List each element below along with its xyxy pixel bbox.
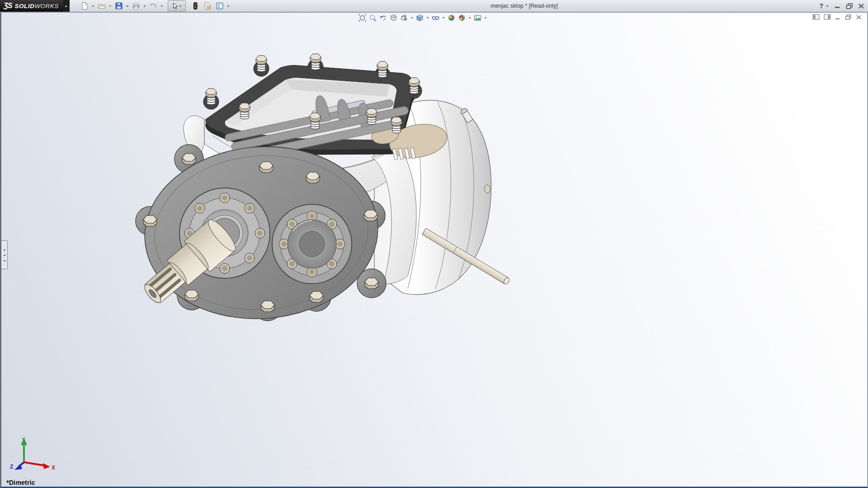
options-checklist-icon [216, 2, 224, 10]
open-folder-icon [98, 2, 106, 10]
pane-toggle-left-icon[interactable] [812, 14, 820, 20]
previous-view-button[interactable] [378, 13, 388, 23]
view-settings-icon [474, 14, 481, 22]
zoom-to-fit-button[interactable] [358, 13, 367, 23]
undo-button[interactable] [147, 0, 159, 11]
minimize-document-button[interactable] [835, 14, 841, 20]
apply-scene-sphere-icon [458, 14, 466, 22]
featuremanager-collapsed-tab[interactable]: ◂ ◂ ◂ [1, 240, 8, 269]
restore-document-button[interactable] [845, 14, 852, 20]
window-controls: ? ▾ [819, 0, 864, 12]
select-dropdown-caret[interactable]: ▾ [178, 4, 183, 8]
close-document-button[interactable] [856, 14, 862, 20]
brand-text-works: WORKS [34, 3, 59, 9]
brand-text-solid: SOLID [14, 3, 34, 9]
display-style-icon [432, 14, 439, 22]
select-cursor-icon [171, 2, 178, 10]
heads-up-toolbar: ▾ ▾ ▾ [358, 13, 488, 23]
graphics-area[interactable]: ▾ ▾ ▾ [0, 13, 868, 488]
undo-icon [149, 2, 157, 10]
collapse-arrow-icon: ◂ [4, 259, 5, 262]
restore-button[interactable] [846, 3, 853, 9]
display-style-caret[interactable]: ▾ [441, 16, 446, 20]
reference-triad: Y X Z [7, 436, 57, 477]
new-document-icon [80, 2, 89, 10]
print-icon [132, 2, 140, 10]
pane-toggle-right-icon[interactable] [824, 14, 831, 20]
print-button[interactable] [130, 0, 142, 11]
document-title: menjac sklop * [Read-only] [491, 0, 558, 12]
save-dropdown-caret[interactable]: ▾ [125, 4, 130, 8]
edit-appearance-sphere-icon [448, 14, 455, 22]
standard-toolbar: ▾ ▾ ▾ ▾ [79, 0, 231, 11]
print-dropdown-caret[interactable]: ▾ [142, 4, 147, 8]
select-button[interactable]: ▾ [168, 0, 186, 11]
collapse-arrow-icon: ◂ [4, 253, 5, 257]
x-axis-arrow [43, 463, 50, 469]
options-dropdown-caret[interactable]: ▾ [226, 4, 231, 8]
title-bar: ƷS SOLID WORKS ▸ ▾ ▾ [0, 0, 868, 13]
menu-expander-button[interactable]: ▸ [63, 0, 70, 12]
solidworks-logo: ƷS SOLID WORKS [0, 0, 63, 12]
close-button[interactable] [858, 3, 864, 9]
file-properties-button[interactable] [202, 0, 213, 11]
help-button[interactable]: ? [819, 2, 823, 9]
model-output-boss[interactable] [272, 204, 352, 284]
3d-drawing-view-icon [400, 14, 408, 22]
traffic-light-icon [191, 2, 199, 10]
minimize-button[interactable] [835, 3, 841, 9]
solidworks-logo-glyph: ƷS [4, 2, 12, 10]
options-button[interactable] [214, 0, 226, 11]
menu-expander-arrow-icon: ▸ [66, 4, 67, 8]
apply-scene-button[interactable] [457, 13, 467, 23]
gearbox-3d-model[interactable] [1, 13, 867, 487]
collapse-arrow-icon: ◂ [4, 248, 5, 251]
edit-appearance-button[interactable] [447, 13, 456, 23]
x-axis-label: X [52, 465, 55, 471]
display-style-button[interactable] [431, 13, 440, 23]
3d-drawing-view-button[interactable] [399, 13, 409, 23]
view-settings-button[interactable] [473, 13, 482, 23]
section-view-icon [390, 14, 397, 22]
previous-view-icon [379, 14, 387, 22]
y-axis-label: Y [22, 436, 25, 443]
save-button[interactable] [113, 0, 125, 11]
3d-drawing-view-caret[interactable]: ▾ [410, 16, 414, 20]
zoom-to-area-icon [369, 14, 377, 22]
view-orientation-label: *Dimetric [6, 479, 35, 486]
apply-scene-caret[interactable]: ▾ [467, 16, 472, 20]
undo-dropdown-caret[interactable]: ▾ [160, 4, 164, 8]
rebuild-button[interactable] [189, 0, 201, 11]
file-properties-icon [203, 2, 212, 10]
section-view-button[interactable] [389, 13, 398, 23]
save-icon [115, 2, 123, 10]
zoom-to-area-button[interactable] [368, 13, 377, 23]
open-dropdown-caret[interactable]: ▾ [108, 4, 113, 8]
new-button[interactable] [79, 0, 90, 11]
view-orientation-caret[interactable]: ▾ [425, 16, 430, 20]
view-orientation-button[interactable] [415, 13, 425, 23]
help-dropdown-caret[interactable]: ▾ [825, 4, 830, 8]
solidworks-window: ƷS SOLID WORKS ▸ ▾ ▾ [0, 0, 868, 488]
zoom-to-fit-icon [359, 14, 366, 22]
open-button[interactable] [96, 0, 108, 11]
view-cube-icon [416, 14, 424, 22]
new-dropdown-caret[interactable]: ▾ [91, 4, 95, 8]
z-axis-label: Z [10, 464, 13, 470]
view-settings-caret[interactable]: ▾ [483, 16, 488, 20]
document-window-controls [812, 14, 862, 20]
